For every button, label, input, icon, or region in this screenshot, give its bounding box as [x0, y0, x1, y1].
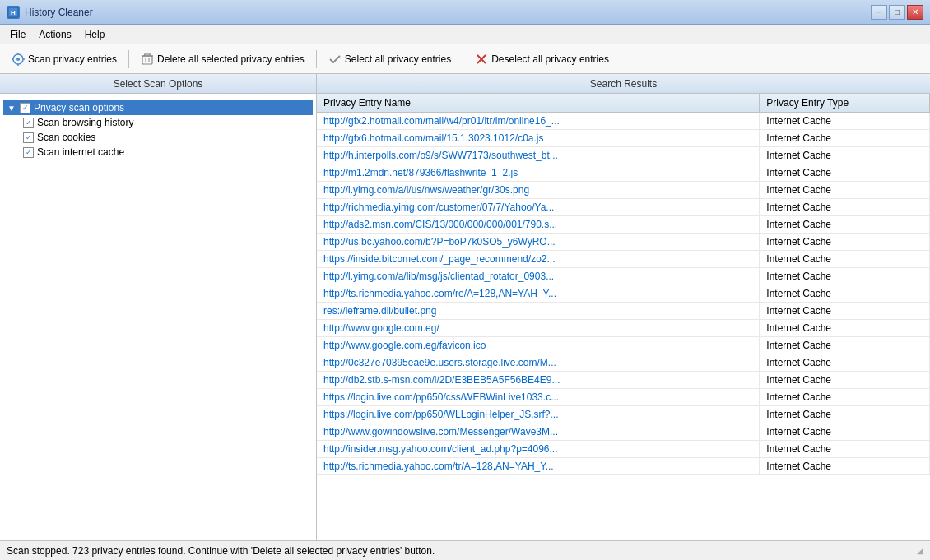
toolbar-sep-2 [316, 50, 317, 68]
entry-type: Internet Cache [760, 113, 930, 130]
deselect-all-label: Deselect all privacy entries [491, 53, 609, 65]
entry-name: https://inside.bitcomet.com/_page_recomm… [317, 251, 760, 268]
entry-name: http://db2.stb.s-msn.com/i/2D/E3BEB5A5F5… [317, 372, 760, 389]
entry-name: http://gfx6.hotmail.com/mail/15.1.3023.1… [317, 130, 760, 147]
cookies-label: Scan cookies [37, 132, 95, 143]
cache-checkbox[interactable]: ✓ [23, 147, 34, 158]
restore-button[interactable]: □ [889, 5, 905, 20]
root-checkbox[interactable]: ✓ [20, 103, 30, 113]
results-table-container[interactable]: Privacy Entry Name Privacy Entry Type ht… [317, 94, 930, 540]
browsing-checkbox[interactable]: ✓ [23, 118, 34, 128]
tree-area: ▼ ✓ Privacy scan options ✓ Scan browsing… [0, 94, 316, 540]
tree-child-browsing[interactable]: ✓ Scan browsing history [20, 115, 313, 130]
entry-type: Internet Cache [760, 389, 930, 406]
main-content: Select Scan Options ▼ ✓ Privacy scan opt… [0, 74, 930, 540]
scan-label: Scan privacy entries [28, 53, 117, 65]
table-row[interactable]: http://l.yimg.com/a/lib/msg/js/clientad_… [317, 268, 930, 285]
table-row[interactable]: http://richmedia.yimg.com/customer/07/7/… [317, 199, 930, 216]
close-button[interactable]: ✕ [907, 5, 923, 20]
entry-type: Internet Cache [760, 182, 930, 199]
entry-type: Internet Cache [760, 320, 930, 337]
entry-name: http://h.interpolls.com/o9/s/SWW7173/sou… [317, 147, 760, 164]
entry-name: http://www.google.com.eg/ [317, 320, 760, 337]
entry-name: https://login.live.com/pp650/WLLoginHelp… [317, 406, 760, 423]
delete-button[interactable]: Delete all selected privacy entries [136, 50, 309, 68]
toolbar-sep-3 [463, 50, 463, 68]
entry-type: Internet Cache [760, 354, 930, 372]
tree-root-node[interactable]: ▼ ✓ Privacy scan options [3, 100, 313, 115]
tree-child-cache[interactable]: ✓ Scan internet cache [20, 145, 313, 160]
entry-name: http://us.bc.yahoo.com/b?P=boP7k0SO5_y6W… [317, 234, 760, 251]
delete-icon [141, 53, 154, 66]
resize-icon: ◢ [917, 546, 923, 555]
table-row[interactable]: https://inside.bitcomet.com/_page_recomm… [317, 251, 930, 268]
entry-name: http://l.yimg.com/a/i/us/nws/weather/gr/… [317, 182, 760, 199]
menu-file[interactable]: File [3, 27, 32, 42]
results-table: Privacy Entry Name Privacy Entry Type ht… [317, 94, 930, 475]
select-all-button[interactable]: Select all privacy entries [323, 50, 456, 68]
menu-bar: File Actions Help [0, 25, 930, 44]
tree-child-cookies[interactable]: ✓ Scan cookies [20, 130, 313, 145]
svg-rect-8 [142, 56, 152, 64]
entry-name: http://www.gowindowslive.com/Messenger/W… [317, 423, 760, 441]
table-row[interactable]: http://ads2.msn.com/CIS/13/000/000/000/0… [317, 216, 930, 234]
entry-type: Internet Cache [760, 441, 930, 458]
entry-name: http://0c327e70395eae9e.users.storage.li… [317, 354, 760, 372]
entry-name: http://ts.richmedia.yahoo.com/re/A=128,A… [317, 285, 760, 303]
browsing-label: Scan browsing history [37, 117, 133, 128]
entry-type: Internet Cache [760, 285, 930, 303]
results-header: Search Results [317, 74, 930, 94]
app-icon: H [7, 6, 20, 19]
cookies-checkbox[interactable]: ✓ [23, 132, 34, 143]
table-row[interactable]: http://www.gowindowslive.com/Messenger/W… [317, 423, 930, 441]
table-row[interactable]: http://db2.stb.s-msn.com/i/2D/E3BEB5A5F5… [317, 372, 930, 389]
select-all-icon [328, 53, 342, 66]
table-row[interactable]: https://login.live.com/pp650/WLLoginHelp… [317, 406, 930, 423]
table-row[interactable]: http://insider.msg.yahoo.com/client_ad.p… [317, 441, 930, 458]
entry-type: Internet Cache [760, 164, 930, 182]
delete-label: Delete all selected privacy entries [157, 53, 305, 65]
menu-actions[interactable]: Actions [32, 27, 77, 42]
status-bar: Scan stopped. 723 privacy entries found.… [0, 540, 930, 560]
entry-type: Internet Cache [760, 234, 930, 251]
table-row[interactable]: http://h.interpolls.com/o9/s/SWW7173/sou… [317, 147, 930, 164]
table-row[interactable]: http://www.google.com.eg/Internet Cache [317, 320, 930, 337]
table-row[interactable]: http://ts.richmedia.yahoo.com/tr/A=128,A… [317, 458, 930, 475]
table-row[interactable]: http://gfx6.hotmail.com/mail/15.1.3023.1… [317, 130, 930, 147]
entry-name: http://m1.2mdn.net/879366/flashwrite_1_2… [317, 164, 760, 182]
scan-button[interactable]: Scan privacy entries [7, 50, 122, 68]
entry-type: Internet Cache [760, 199, 930, 216]
entry-type: Internet Cache [760, 303, 930, 320]
tree-expander: ▼ [7, 104, 16, 113]
left-panel: Select Scan Options ▼ ✓ Privacy scan opt… [0, 74, 317, 540]
table-row[interactable]: http://m1.2mdn.net/879366/flashwrite_1_2… [317, 164, 930, 182]
table-row[interactable]: https://login.live.com/pp650/css/WEBWinL… [317, 389, 930, 406]
entry-type: Internet Cache [760, 406, 930, 423]
deselect-all-button[interactable]: Deselect all privacy entries [470, 50, 614, 68]
table-row[interactable]: http://www.google.com.eg/favicon.icoInte… [317, 337, 930, 354]
entry-name: http://richmedia.yimg.com/customer/07/7/… [317, 199, 760, 216]
table-row[interactable]: res://ieframe.dll/bullet.pngInternet Cac… [317, 303, 930, 320]
entry-name: https://login.live.com/pp650/css/WEBWinL… [317, 389, 760, 406]
deselect-all-icon [475, 53, 488, 66]
tree-children: ✓ Scan browsing history ✓ Scan cookies ✓… [20, 115, 313, 160]
table-row[interactable]: http://ts.richmedia.yahoo.com/re/A=128,A… [317, 285, 930, 303]
col-name-header: Privacy Entry Name [317, 94, 760, 113]
menu-help[interactable]: Help [78, 27, 112, 42]
toolbar: Scan privacy entries Delete all selected… [0, 44, 930, 74]
window-controls: ─ □ ✕ [871, 5, 923, 20]
svg-point-3 [16, 58, 20, 61]
entry-name: http://l.yimg.com/a/lib/msg/js/clientad_… [317, 268, 760, 285]
table-row[interactable]: http://gfx2.hotmail.com/mail/w4/pr01/ltr… [317, 113, 930, 130]
entry-type: Internet Cache [760, 130, 930, 147]
toolbar-sep-1 [128, 50, 129, 68]
entry-name: http://www.google.com.eg/favicon.ico [317, 337, 760, 354]
minimize-button[interactable]: ─ [871, 5, 887, 20]
table-row[interactable]: http://0c327e70395eae9e.users.storage.li… [317, 354, 930, 372]
entry-type: Internet Cache [760, 423, 930, 441]
table-row[interactable]: http://l.yimg.com/a/i/us/nws/weather/gr/… [317, 182, 930, 199]
left-panel-header: Select Scan Options [0, 74, 316, 94]
svg-text:H: H [11, 9, 16, 16]
entry-name: res://ieframe.dll/bullet.png [317, 303, 760, 320]
table-row[interactable]: http://us.bc.yahoo.com/b?P=boP7k0SO5_y6W… [317, 234, 930, 251]
